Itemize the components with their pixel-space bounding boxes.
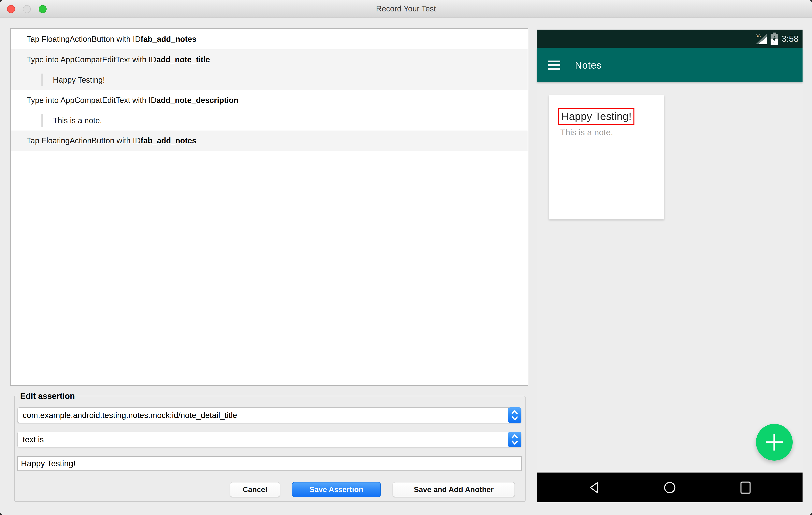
device-screen-capture: 3G 3:58 Notes Happy Testing! This is a n… [537,30,803,503]
assertion-type-dropdown[interactable]: text is [17,432,521,447]
assertion-value-input[interactable] [17,456,522,471]
add-note-fab plus-icon[interactable] [756,424,793,461]
cancel-button[interactable]: Cancel [230,482,280,497]
action-target-id: add_note_title [156,55,210,64]
android-app-bar: Notes [537,48,803,82]
recorded-actions-list: Tap FloatingActionButton with ID fab_add… [10,28,528,386]
action-text: Tap FloatingActionButton with ID [27,35,141,43]
app-bar-title: Notes [575,60,602,71]
note-card[interactable]: Happy Testing! This is a note. [549,95,664,219]
dropdown-stepper [508,432,521,447]
selected-element-highlight[interactable]: Happy Testing! [558,108,634,125]
note-description: This is a note. [560,127,664,137]
action-text: Type into AppCompatEditText with ID [27,55,156,64]
screenshot-stage: Record Your Test Tap FloatingActionButto… [0,0,812,515]
note-title: Happy Testing! [561,110,632,122]
edit-assertion-legend: Edit assertion [17,391,78,401]
assertion-view-id-dropdown[interactable]: com.example.android.testing.notes.mock:i… [17,407,521,423]
action-target-id: fab_add_notes [141,136,196,145]
save-assertion-button[interactable]: Save Assertion [292,482,381,497]
action-text: Tap FloatingActionButton with ID [27,136,141,145]
nav-recents-icon[interactable] [739,481,752,494]
action-text: Type into AppCompatEditText with ID [27,96,156,105]
record-your-test-window: Record Your Test Tap FloatingActionButto… [0,0,812,515]
indent-bar [41,73,43,86]
typed-value: This is a note. [53,116,102,125]
android-status-bar: 3G 3:58 [537,30,803,48]
assertion-type-value: text is [23,435,44,444]
window-titlebar: Record Your Test [0,0,812,18]
nav-back-icon[interactable] [588,481,600,494]
typed-value: Happy Testing! [53,75,105,84]
list-item[interactable]: Tap FloatingActionButton with ID fab_add… [11,130,528,151]
battery-charging-icon [770,33,779,45]
status-clock: 3:58 [782,34,799,44]
indent-bar [41,114,43,127]
window-title: Record Your Test [0,0,812,18]
list-item[interactable]: Type into AppCompatEditText with ID add_… [11,90,528,130]
chevron-up-down-icon [511,410,518,421]
android-nav-bar [537,472,803,503]
nav-home-icon[interactable] [663,481,676,494]
edit-assertion-group: Edit assertion com.example.android.testi… [14,396,526,502]
assertion-view-id-value: com.example.android.testing.notes.mock:i… [23,411,237,420]
action-target-id: fab_add_notes [141,35,196,43]
signal-3g-icon: 3G [756,33,767,44]
hamburger-menu-icon[interactable] [548,61,560,70]
dropdown-stepper [508,407,521,423]
list-item[interactable]: Tap FloatingActionButton with ID fab_add… [11,29,528,49]
list-item[interactable]: Type into AppCompatEditText with ID add_… [11,49,528,90]
save-and-add-another-button[interactable]: Save and Add Another [393,482,515,497]
svg-text:3G: 3G [756,34,761,38]
chevron-up-down-icon [511,434,518,445]
action-target-id: add_note_description [156,96,238,105]
